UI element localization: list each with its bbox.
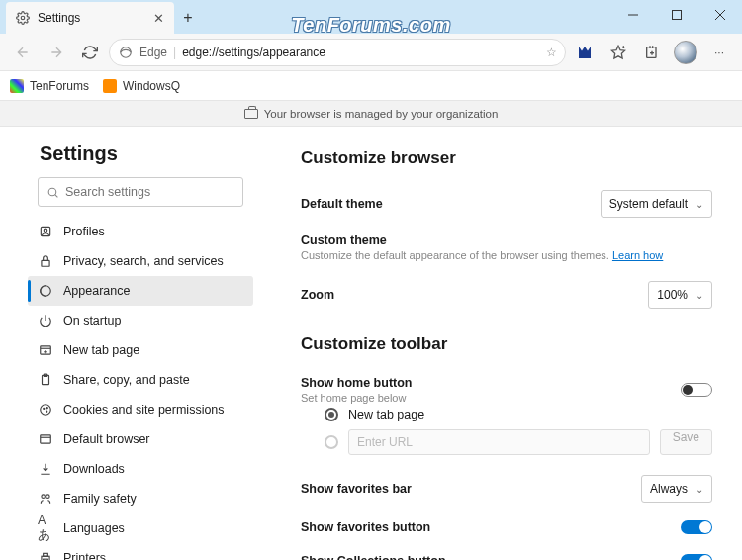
- svg-point-0: [21, 16, 25, 20]
- newtab-icon: [38, 342, 53, 358]
- bookmarks-bar: TenForums WindowsQ: [0, 71, 742, 101]
- favorite-star-icon[interactable]: ☆: [546, 46, 557, 59]
- family-icon: [38, 491, 53, 507]
- svg-point-29: [46, 408, 47, 409]
- window-titlebar: Settings ✕ +: [0, 0, 742, 34]
- zoom-label: Zoom: [301, 288, 648, 302]
- svg-point-26: [41, 405, 51, 416]
- search-icon: [46, 186, 59, 199]
- chevron-down-icon: ⌄: [696, 199, 703, 210]
- svg-point-27: [44, 408, 45, 409]
- cookie-icon: [38, 402, 53, 418]
- collections-button-row: Show Collections button: [301, 544, 712, 560]
- settings-sidebar: Settings Profiles Privacy, search, and s…: [0, 127, 267, 560]
- briefcase-icon: [244, 109, 258, 119]
- printer-icon: [38, 550, 53, 560]
- nav-printers[interactable]: Printers: [28, 543, 253, 560]
- favorites-bar-select[interactable]: Always⌄: [641, 475, 712, 503]
- zoom-row: Zoom 100%⌄: [301, 273, 712, 317]
- managed-banner: Your browser is managed by your organiza…: [0, 101, 742, 127]
- nav-family[interactable]: Family safety: [28, 484, 253, 513]
- nav-downloads[interactable]: Downloads: [28, 454, 253, 484]
- section-customize-browser: Customize browser: [301, 148, 712, 168]
- back-button[interactable]: [8, 38, 38, 67]
- chevron-down-icon: ⌄: [696, 290, 703, 301]
- learn-how-link[interactable]: Learn how: [612, 249, 663, 261]
- svg-rect-36: [44, 553, 48, 556]
- nav-startup[interactable]: On startup: [28, 306, 253, 335]
- addr-prefix: Edge: [139, 46, 167, 59]
- svg-rect-2: [673, 11, 682, 20]
- zoom-select[interactable]: 100%⌄: [648, 281, 712, 309]
- default-theme-select[interactable]: System default⌄: [601, 190, 712, 218]
- new-tab-button[interactable]: +: [174, 4, 202, 32]
- nav-share[interactable]: Share, copy, and paste: [28, 365, 253, 395]
- favorites-bar-row: Show favorites bar Always⌄: [301, 467, 712, 511]
- collections-button-toggle[interactable]: [681, 554, 712, 560]
- svg-point-32: [42, 495, 46, 499]
- section-customize-toolbar: Customize toolbar: [301, 334, 712, 354]
- home-url-input[interactable]: Enter URL: [348, 429, 650, 455]
- home-radio-newtab-row[interactable]: New tab page: [301, 404, 712, 425]
- window-maximize-button[interactable]: [655, 0, 698, 30]
- nav-default-browser[interactable]: Default browser: [28, 424, 253, 454]
- profile-avatar[interactable]: [671, 38, 700, 67]
- radio-selected-icon: [325, 408, 338, 421]
- window-close-button[interactable]: [698, 0, 742, 30]
- home-url-save-button[interactable]: Save: [660, 429, 712, 455]
- svg-point-33: [46, 495, 50, 499]
- svg-rect-30: [41, 435, 51, 443]
- favorites-button-toggle[interactable]: [681, 520, 712, 534]
- edge-logo-icon: [118, 45, 134, 60]
- nav-newtab[interactable]: New tab page: [28, 335, 253, 365]
- settings-nav: Profiles Privacy, search, and services A…: [28, 217, 253, 560]
- home-button-row: Show home button Set home page below New…: [301, 368, 712, 467]
- windowsq-icon: [103, 79, 117, 93]
- address-bar[interactable]: Edge | edge://settings/appearance ☆: [109, 39, 566, 66]
- default-theme-row: Default theme System default⌄: [301, 182, 712, 226]
- settings-heading: Settings: [40, 142, 253, 165]
- favorites-button-label: Show favorites button: [301, 520, 681, 534]
- svg-point-17: [44, 229, 47, 233]
- favorites-icon[interactable]: [603, 38, 633, 67]
- more-menu-icon[interactable]: ···: [704, 38, 734, 67]
- refresh-button[interactable]: [75, 38, 105, 67]
- favorites-button-row: Show favorites button: [301, 511, 712, 544]
- appearance-icon: [38, 283, 53, 299]
- addr-url: edge://settings/appearance: [182, 46, 325, 59]
- radio-unselected-icon[interactable]: [325, 435, 338, 449]
- close-tab-icon[interactable]: ✕: [153, 11, 164, 26]
- window-minimize-button[interactable]: [611, 0, 655, 30]
- default-theme-label: Default theme: [301, 197, 601, 211]
- forward-button[interactable]: [42, 38, 71, 67]
- nav-profiles[interactable]: Profiles: [28, 217, 253, 246]
- collections-button-label: Show Collections button: [301, 554, 681, 560]
- browser-icon: [38, 431, 53, 447]
- nav-languages[interactable]: AあLanguages: [28, 513, 253, 543]
- content-area: Settings Profiles Privacy, search, and s…: [0, 127, 742, 560]
- svg-point-14: [48, 188, 56, 196]
- svg-rect-18: [42, 260, 49, 266]
- bookmark-tenforums[interactable]: TenForums: [10, 79, 89, 93]
- search-settings-box[interactable]: [38, 177, 243, 207]
- chevron-down-icon: ⌄: [696, 484, 703, 495]
- collections-icon[interactable]: [637, 38, 667, 67]
- bookmark-windowsq[interactable]: WindowsQ: [103, 79, 180, 93]
- home-radio-url-row: Enter URL Save: [301, 425, 712, 459]
- malwarebytes-extension-icon[interactable]: [570, 38, 600, 67]
- clipboard-icon: [38, 372, 53, 388]
- language-icon: Aあ: [38, 520, 53, 536]
- tenforums-icon: [10, 79, 24, 93]
- search-input[interactable]: [65, 185, 234, 199]
- nav-privacy[interactable]: Privacy, search, and services: [28, 246, 253, 276]
- power-icon: [38, 313, 53, 328]
- nav-appearance[interactable]: Appearance: [28, 276, 253, 306]
- home-button-toggle[interactable]: [681, 383, 712, 397]
- svg-line-15: [55, 194, 58, 197]
- nav-cookies[interactable]: Cookies and site permissions: [28, 395, 253, 424]
- custom-theme-row: Custom theme Customize the default appea…: [301, 226, 712, 273]
- browser-tab-settings[interactable]: Settings ✕: [6, 2, 174, 34]
- svg-point-5: [121, 47, 132, 57]
- browser-toolbar: Edge | edge://settings/appearance ☆ ···: [0, 34, 742, 71]
- download-icon: [38, 461, 53, 477]
